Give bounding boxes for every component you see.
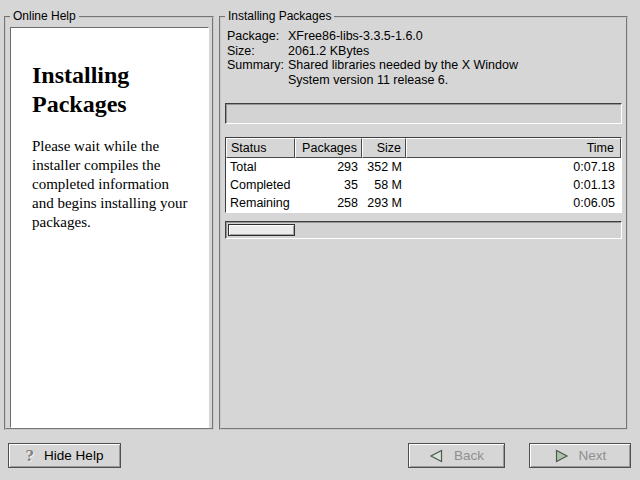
status-table: Status Packages Size Time Total 293 352 … <box>225 137 622 213</box>
back-arrow-icon <box>429 449 444 463</box>
back-button-label: Back <box>454 448 484 463</box>
hide-help-button[interactable]: ? Hide Help <box>8 443 121 468</box>
column-header-time[interactable]: Time <box>406 138 621 158</box>
installing-packages-frame: Installing Packages Package: XFree86-lib… <box>219 16 628 430</box>
help-body-text: Please wait while the installer compiles… <box>11 119 208 232</box>
table-row-total: Total 293 352 M 0:07.18 <box>226 158 621 176</box>
column-header-size[interactable]: Size <box>362 138 406 158</box>
table-row-completed: Completed 35 58 M 0:01.13 <box>226 176 621 194</box>
total-progress-fill <box>228 224 295 236</box>
column-header-status[interactable]: Status <box>226 138 295 158</box>
summary-label: Summary: <box>227 58 288 73</box>
summary-value-line1: Shared libraries needed by the X Window <box>288 58 518 73</box>
next-arrow-icon <box>554 449 569 463</box>
online-help-frame: Online Help Installing Packages Please w… <box>4 16 214 430</box>
package-info: Package: XFree86-libs-3.3.5-1.6.0 Size: … <box>227 29 518 87</box>
status-table-header: Status Packages Size Time <box>226 138 621 158</box>
question-mark-icon: ? <box>26 446 35 466</box>
column-header-packages[interactable]: Packages <box>295 138 362 158</box>
installer-window: Online Help Installing Packages Please w… <box>0 0 640 480</box>
help-title: Installing Packages <box>11 28 208 119</box>
back-button[interactable]: Back <box>408 443 505 468</box>
next-button[interactable]: Next <box>529 443 631 468</box>
table-row-remaining: Remaining 258 293 M 0:06.05 <box>226 194 621 212</box>
package-label: Package: <box>227 29 288 44</box>
hide-help-button-label: Hide Help <box>44 448 103 463</box>
online-help-frame-label: Online Help <box>10 9 79 23</box>
package-value: XFree86-libs-3.3.5-1.6.0 <box>288 29 518 44</box>
summary-value-line2: System version 11 release 6. <box>288 73 518 88</box>
help-title-line2: Packages <box>32 90 208 119</box>
next-button-label: Next <box>579 448 607 463</box>
total-progress-bar <box>225 221 622 239</box>
help-title-line1: Installing <box>32 61 208 90</box>
package-progress-bar <box>225 103 622 124</box>
status-table-body: Total 293 352 M 0:07.18 Completed 35 58 … <box>226 158 621 212</box>
size-value: 2061.2 KBytes <box>288 44 518 59</box>
help-panel: Installing Packages Please wait while th… <box>10 27 209 428</box>
size-label: Size: <box>227 44 288 59</box>
installing-packages-frame-label: Installing Packages <box>225 9 334 23</box>
